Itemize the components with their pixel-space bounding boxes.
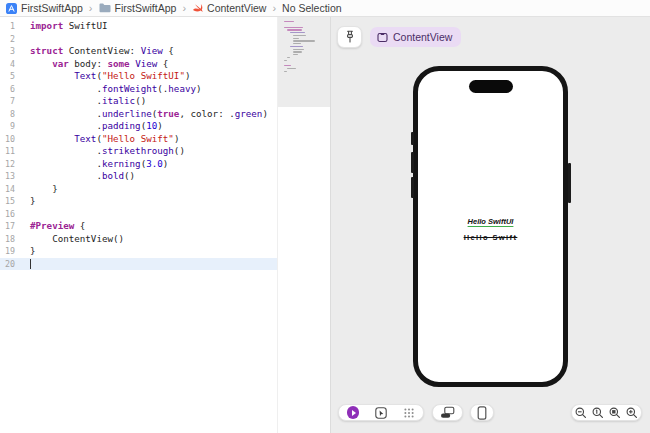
code-line-3[interactable]: 3struct ContentView: View { bbox=[0, 45, 277, 58]
code-line-1[interactable]: 1import SwiftUI bbox=[0, 20, 277, 33]
line-number[interactable]: 4 bbox=[0, 58, 22, 71]
preview-device-icon bbox=[377, 32, 388, 43]
code-line-11[interactable]: 11 .strikethrough() bbox=[0, 145, 277, 158]
code-text bbox=[22, 208, 30, 221]
code-text: } bbox=[22, 183, 58, 196]
breadcrumb-item-firstswiftapp[interactable]: FirstSwiftApp bbox=[6, 2, 83, 14]
code-text: .underline(true, color: .green) bbox=[22, 108, 268, 121]
phone-volume-up-button bbox=[411, 152, 414, 173]
line-number[interactable]: 13 bbox=[0, 170, 22, 183]
minimap-line bbox=[293, 38, 299, 39]
phone-action-button bbox=[411, 132, 414, 145]
variants-mode-button[interactable] bbox=[403, 407, 415, 419]
code-line-4[interactable]: 4 var body: some View { bbox=[0, 58, 277, 71]
zoom-toolbar bbox=[571, 404, 642, 421]
zoom-out-icon bbox=[575, 407, 587, 419]
line-number[interactable]: 18 bbox=[0, 233, 22, 246]
minimap-line bbox=[284, 71, 287, 72]
code-line-7[interactable]: 7 .italic() bbox=[0, 95, 277, 108]
line-number[interactable]: 9 bbox=[0, 120, 22, 133]
play-icon bbox=[347, 406, 360, 419]
code-line-19[interactable]: 19} bbox=[0, 245, 277, 258]
phone-icon bbox=[477, 406, 487, 420]
code-line-17[interactable]: 17#Preview { bbox=[0, 220, 277, 233]
line-number[interactable]: 14 bbox=[0, 183, 22, 196]
variants-grid-icon bbox=[403, 407, 415, 419]
line-number[interactable]: 20 bbox=[0, 258, 22, 271]
code-text: .strikethrough() bbox=[22, 145, 185, 158]
code-line-15[interactable]: 15} bbox=[0, 195, 277, 208]
code-line-8[interactable]: 8 .underline(true, color: .green) bbox=[0, 108, 277, 121]
zoom-in-button[interactable] bbox=[626, 407, 638, 419]
line-number[interactable]: 16 bbox=[0, 208, 22, 221]
folder-icon bbox=[99, 3, 111, 13]
line-number[interactable]: 6 bbox=[0, 83, 22, 96]
line-number[interactable]: 1 bbox=[0, 20, 22, 33]
code-line-9[interactable]: 9 .padding(10) bbox=[0, 120, 277, 133]
code-line-5[interactable]: 5 Text("Hello SwiftUI") bbox=[0, 70, 277, 83]
code-text: struct ContentView: View { bbox=[22, 45, 174, 58]
line-number[interactable]: 10 bbox=[0, 133, 22, 146]
preview-tab-label: ContentView bbox=[393, 31, 452, 43]
device-settings-button[interactable] bbox=[470, 404, 494, 421]
code-line-18[interactable]: 18 ContentView() bbox=[0, 233, 277, 246]
line-number[interactable]: 2 bbox=[0, 33, 22, 46]
minimap-line bbox=[284, 60, 287, 61]
line-number[interactable]: 19 bbox=[0, 245, 22, 258]
line-number[interactable]: 8 bbox=[0, 108, 22, 121]
code-editor[interactable]: 1import SwiftUI23struct ContentView: Vie… bbox=[0, 17, 277, 433]
minimap-line bbox=[284, 27, 303, 28]
xcode-window: FirstSwiftApp›FirstSwiftApp›ContentView›… bbox=[0, 0, 650, 433]
preview-canvas: ContentView Hello SwiftUI Hello Swift bbox=[330, 17, 650, 433]
code-text: var body: some View { bbox=[22, 58, 168, 71]
live-preview-button[interactable] bbox=[347, 406, 360, 419]
code-text: ContentView() bbox=[22, 233, 124, 246]
phone-power-button bbox=[568, 163, 571, 203]
jump-bar: FirstSwiftApp›FirstSwiftApp›ContentView›… bbox=[0, 0, 650, 17]
code-line-6[interactable]: 6 .fontWeight(.heavy) bbox=[0, 83, 277, 96]
zoom-fit-button[interactable] bbox=[609, 407, 621, 419]
minimap-viewport[interactable] bbox=[278, 17, 331, 107]
line-number[interactable]: 7 bbox=[0, 95, 22, 108]
code-text: .italic() bbox=[22, 95, 146, 108]
breadcrumb-item-no-selection[interactable]: No Selection bbox=[282, 2, 342, 14]
selectable-mode-button[interactable] bbox=[375, 407, 387, 419]
preview-tab-contentview[interactable]: ContentView bbox=[370, 27, 461, 47]
code-text bbox=[22, 33, 30, 46]
pin-preview-button[interactable] bbox=[337, 26, 362, 48]
swift-icon bbox=[192, 3, 203, 14]
line-number[interactable]: 11 bbox=[0, 145, 22, 158]
line-number[interactable]: 15 bbox=[0, 195, 22, 208]
code-text: } bbox=[22, 245, 36, 258]
line-number[interactable]: 17 bbox=[0, 220, 22, 233]
line-number[interactable]: 12 bbox=[0, 158, 22, 171]
color-scheme-variants-button[interactable] bbox=[432, 404, 463, 421]
breadcrumb-item-contentview[interactable]: ContentView bbox=[192, 2, 266, 14]
zoom-to-fit-icon bbox=[609, 407, 621, 419]
editor-minimap[interactable] bbox=[277, 17, 330, 433]
preview-text-hello-swiftui: Hello SwiftUI bbox=[468, 217, 514, 226]
zoom-100-button[interactable] bbox=[592, 407, 604, 419]
line-number[interactable]: 3 bbox=[0, 45, 22, 58]
minimap-line bbox=[293, 49, 305, 50]
dynamic-island bbox=[469, 80, 513, 93]
breadcrumb-label: FirstSwiftApp bbox=[21, 2, 83, 14]
iphone-preview[interactable]: Hello SwiftUI Hello Swift bbox=[413, 66, 568, 387]
text-cursor bbox=[30, 259, 31, 269]
code-text: } bbox=[22, 195, 36, 208]
code-line-16[interactable]: 16 bbox=[0, 208, 277, 221]
code-line-10[interactable]: 10 Text("Hello Swift") bbox=[0, 133, 277, 146]
code-text: Text("Hello Swift") bbox=[22, 133, 179, 146]
breadcrumb-item-firstswiftapp[interactable]: FirstSwiftApp bbox=[99, 2, 177, 14]
line-number[interactable]: 5 bbox=[0, 70, 22, 83]
zoom-out-button[interactable] bbox=[575, 407, 587, 419]
device-appearance-icon bbox=[440, 406, 455, 419]
code-line-2[interactable]: 2 bbox=[0, 33, 277, 46]
code-line-13[interactable]: 13 .bold() bbox=[0, 170, 277, 183]
preview-mode-toolbar bbox=[338, 404, 424, 421]
code-line-12[interactable]: 12 .kerning(3.0) bbox=[0, 158, 277, 171]
preview-text-hello-swift: Hello Swift bbox=[464, 233, 518, 242]
code-line-20[interactable]: 20 bbox=[0, 258, 277, 271]
code-text: import SwiftUI bbox=[22, 20, 107, 33]
code-line-14[interactable]: 14 } bbox=[0, 183, 277, 196]
